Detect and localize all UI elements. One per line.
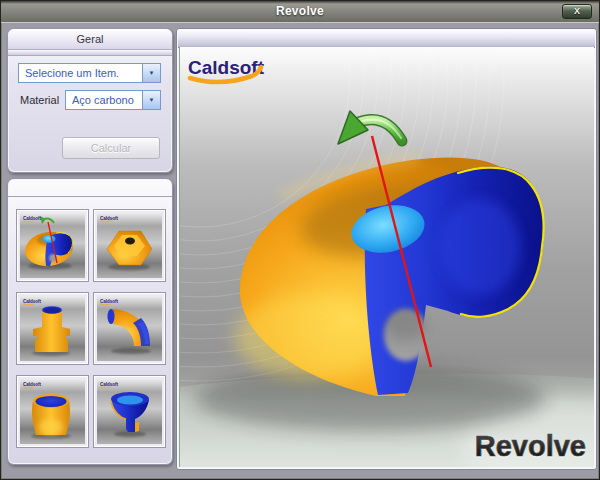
item-select-value: Selecione um Item. (19, 64, 142, 82)
svg-text:Caldsoft: Caldsoft (23, 216, 42, 221)
svg-text:Caldsoft: Caldsoft (23, 299, 42, 304)
material-label: Material (20, 94, 59, 106)
close-button[interactable]: X (562, 4, 592, 19)
item-select[interactable]: Selecione um Item. ▼ (18, 63, 161, 83)
material-select[interactable]: Aço carbono ▼ (65, 90, 161, 110)
viewport-panel: Caldsoft Revolve Revolve (176, 28, 597, 470)
gallery-thumb-flanged-cylinder[interactable]: Caldsoft (16, 292, 89, 365)
panel-gallery-header (8, 179, 172, 197)
thumb-funnel-image: Caldsoft (97, 379, 162, 444)
torus-model (235, 157, 544, 396)
gallery-thumb-torus-cutaway[interactable]: Caldsoft (16, 209, 89, 282)
chevron-down-icon[interactable]: ▼ (142, 91, 160, 109)
thumb-elbow-image: Caldsoft (97, 296, 162, 361)
chevron-down-icon[interactable]: ▼ (142, 64, 160, 82)
svg-text:Caldsoft: Caldsoft (100, 382, 119, 387)
viewport-header (178, 30, 595, 48)
render-scene: Caldsoft Revolve Revolve (180, 47, 594, 467)
brand-logo: Caldsoft (188, 57, 265, 82)
app-window: Revolve X (0, 0, 600, 480)
svg-text:Caldsoft: Caldsoft (23, 382, 42, 387)
thumb-cylinder-image: Caldsoft (20, 379, 85, 444)
thumb-flange-image: Caldsoft (20, 296, 85, 361)
svg-text:Caldsoft: Caldsoft (100, 216, 119, 221)
close-icon: X (563, 5, 591, 18)
gallery-thumb-funnel-cutaway[interactable]: Caldsoft (93, 375, 166, 448)
svg-text:Revolve: Revolve (475, 430, 586, 462)
watermark: Revolve Revolve (475, 430, 586, 464)
calculate-button[interactable]: Calcular (62, 137, 160, 159)
window-title: Revolve (1, 4, 599, 18)
panel-general: Geral Selecione um Item. ▼ Material Aço … (7, 28, 173, 173)
svg-text:Caldsoft: Caldsoft (100, 299, 119, 304)
panel-separator (8, 50, 172, 56)
window-body: Geral Selecione um Item. ▼ Material Aço … (2, 23, 598, 478)
viewport-3d-canvas[interactable]: Caldsoft Revolve Revolve (179, 47, 594, 467)
gallery-thumb-elbow[interactable]: Caldsoft (93, 292, 166, 365)
material-select-value: Aço carbono (66, 91, 142, 109)
thumb-hex-image: Caldsoft (97, 213, 162, 278)
panel-general-header: Geral (8, 29, 172, 50)
thumb-torus-image: Caldsoft (20, 213, 85, 278)
gallery-thumb-hex-cap[interactable]: Caldsoft (93, 209, 166, 282)
panel-general-title: Geral (77, 33, 104, 45)
panel-gallery: Caldsoft Caldsoft (7, 178, 173, 465)
rotate-arrow-icon (338, 111, 402, 144)
gallery-thumb-cylinder-open-top[interactable]: Caldsoft (16, 375, 89, 448)
titlebar: Revolve X (1, 1, 599, 23)
